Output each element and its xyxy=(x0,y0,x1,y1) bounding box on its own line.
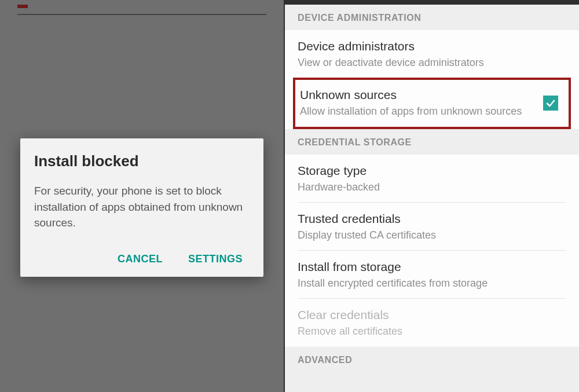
setting-subtitle: Remove all certificates xyxy=(298,324,566,338)
status-bar xyxy=(285,0,579,5)
dialog-title: Install blocked xyxy=(34,152,250,170)
clear-credentials-row: Clear credentials Remove all certificate… xyxy=(298,299,566,346)
setting-subtitle: Hardware-backed xyxy=(298,180,566,194)
storage-type-row[interactable]: Storage type Hardware-backed xyxy=(298,155,566,203)
setting-title: Trusted credentials xyxy=(298,212,566,226)
split-view: Install blocked For security, your phone… xyxy=(0,0,579,392)
device-administrators-row[interactable]: Device administrators View or deactivate… xyxy=(298,30,566,78)
install-blocked-dialog: Install blocked For security, your phone… xyxy=(20,138,263,277)
highlight-unknown-sources: Unknown sources Allow installation of ap… xyxy=(293,78,571,129)
setting-subtitle: Allow installation of apps from unknown … xyxy=(300,104,536,118)
setting-title: Unknown sources xyxy=(300,88,536,102)
setting-subtitle: View or deactivate device administrators xyxy=(298,56,566,69)
unknown-sources-row[interactable]: Unknown sources Allow installation of ap… xyxy=(300,88,536,118)
cancel-button[interactable]: CANCEL xyxy=(115,250,165,269)
setting-title: Clear credentials xyxy=(298,308,566,322)
left-screenshot: Install blocked For security, your phone… xyxy=(0,0,285,392)
trusted-credentials-row[interactable]: Trusted credentials Display trusted CA c… xyxy=(298,203,566,251)
device-admin-group: Device administrators View or deactivate… xyxy=(285,30,579,78)
setting-subtitle: Display trusted CA certificates xyxy=(298,228,566,242)
section-header-advanced: ADVANCED xyxy=(285,347,579,369)
unknown-sources-checkbox[interactable] xyxy=(543,96,558,111)
section-header-credential-storage: CREDENTIAL STORAGE xyxy=(285,129,579,155)
install-from-storage-row[interactable]: Install from storage Install encrypted c… xyxy=(298,251,566,299)
check-icon xyxy=(545,97,556,109)
unknown-sources-wrapper: Unknown sources Allow installation of ap… xyxy=(285,78,579,129)
setting-title: Install from storage xyxy=(298,260,566,274)
right-screenshot: DEVICE ADMINISTRATION Device administrat… xyxy=(285,0,579,392)
dialog-scrim: Install blocked For security, your phone… xyxy=(0,0,284,392)
setting-title: Storage type xyxy=(298,164,566,178)
dialog-body: For security, your phone is set to block… xyxy=(34,183,250,231)
dialog-actions: CANCEL SETTINGS xyxy=(34,250,250,269)
credential-storage-group: Storage type Hardware-backed Trusted cre… xyxy=(285,155,579,347)
section-header-device-admin: DEVICE ADMINISTRATION xyxy=(285,5,579,30)
setting-subtitle: Install encrypted certificates from stor… xyxy=(298,276,566,290)
settings-button[interactable]: SETTINGS xyxy=(186,250,245,269)
setting-title: Device administrators xyxy=(298,39,566,53)
